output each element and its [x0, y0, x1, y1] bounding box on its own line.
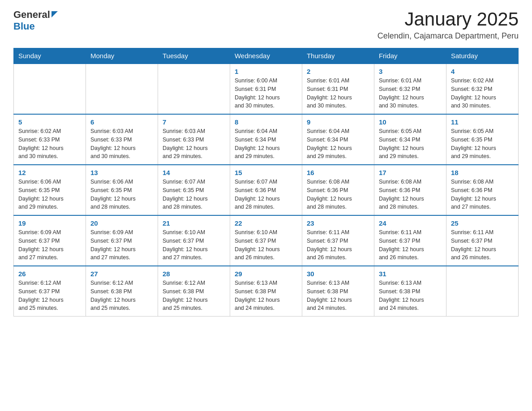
day-info: Sunrise: 6:08 AMSunset: 6:36 PMDaylight:…	[379, 178, 442, 211]
logo-triangle-icon	[51, 11, 58, 19]
day-info: Sunrise: 6:05 AMSunset: 6:34 PMDaylight:…	[379, 127, 442, 161]
day-info: Sunrise: 6:09 AMSunset: 6:37 PMDaylight:…	[90, 228, 153, 262]
day-number: 16	[307, 169, 369, 176]
week-row-2: 12Sunrise: 6:06 AMSunset: 6:35 PMDayligh…	[14, 165, 519, 215]
calendar-cell: 3Sunrise: 6:01 AMSunset: 6:32 PMDaylight…	[374, 64, 446, 114]
calendar-cell: 19Sunrise: 6:09 AMSunset: 6:37 PMDayligh…	[14, 215, 86, 266]
day-info: Sunrise: 6:11 AMSunset: 6:37 PMDaylight:…	[451, 228, 514, 262]
day-info: Sunrise: 6:08 AMSunset: 6:36 PMDaylight:…	[451, 178, 514, 211]
week-row-1: 5Sunrise: 6:02 AMSunset: 6:33 PMDaylight…	[14, 114, 519, 165]
day-info: Sunrise: 6:04 AMSunset: 6:34 PMDaylight:…	[307, 127, 369, 161]
calendar-cell: 5Sunrise: 6:02 AMSunset: 6:33 PMDaylight…	[14, 114, 86, 165]
day-number: 11	[451, 118, 514, 126]
day-number: 24	[379, 219, 442, 227]
day-number: 20	[90, 219, 153, 227]
logo-blue: Blue	[13, 21, 35, 32]
title-block: January 2025 Celendin, Cajamarca Departm…	[378, 9, 519, 41]
calendar-cell: 6Sunrise: 6:03 AMSunset: 6:33 PMDaylight…	[86, 114, 158, 165]
calendar-header-wednesday: Wednesday	[230, 48, 302, 64]
day-number: 2	[307, 68, 369, 75]
day-number: 4	[451, 68, 514, 75]
day-number: 29	[235, 270, 297, 278]
calendar-cell: 21Sunrise: 6:10 AMSunset: 6:37 PMDayligh…	[158, 215, 230, 266]
calendar-cell	[86, 64, 158, 114]
calendar-cell: 10Sunrise: 6:05 AMSunset: 6:34 PMDayligh…	[374, 114, 446, 165]
calendar-cell: 13Sunrise: 6:06 AMSunset: 6:35 PMDayligh…	[86, 165, 158, 215]
day-number: 27	[90, 270, 153, 278]
day-info: Sunrise: 6:03 AMSunset: 6:33 PMDaylight:…	[90, 127, 153, 161]
day-info: Sunrise: 6:13 AMSunset: 6:38 PMDaylight:…	[307, 279, 369, 313]
logo: General Blue	[13, 9, 58, 32]
page-subtitle: Celendin, Cajamarca Department, Peru	[378, 31, 519, 41]
day-info: Sunrise: 6:13 AMSunset: 6:38 PMDaylight:…	[379, 279, 442, 313]
day-number: 8	[235, 118, 297, 126]
day-info: Sunrise: 6:01 AMSunset: 6:32 PMDaylight:…	[379, 77, 442, 110]
day-info: Sunrise: 6:06 AMSunset: 6:35 PMDaylight:…	[90, 178, 153, 211]
day-info: Sunrise: 6:10 AMSunset: 6:37 PMDaylight:…	[163, 228, 225, 262]
day-info: Sunrise: 6:08 AMSunset: 6:36 PMDaylight:…	[307, 178, 369, 211]
calendar-cell: 9Sunrise: 6:04 AMSunset: 6:34 PMDaylight…	[302, 114, 374, 165]
day-number: 7	[163, 118, 225, 126]
day-number: 22	[235, 219, 297, 227]
day-info: Sunrise: 6:09 AMSunset: 6:37 PMDaylight:…	[18, 228, 81, 262]
calendar-cell: 12Sunrise: 6:06 AMSunset: 6:35 PMDayligh…	[14, 165, 86, 215]
day-number: 14	[163, 169, 225, 176]
calendar-header-monday: Monday	[86, 48, 158, 64]
day-number: 25	[451, 219, 514, 227]
day-number: 28	[163, 270, 225, 278]
week-row-0: 1Sunrise: 6:00 AMSunset: 6:31 PMDaylight…	[14, 64, 519, 114]
day-info: Sunrise: 6:11 AMSunset: 6:37 PMDaylight:…	[379, 228, 442, 262]
day-number: 26	[18, 270, 81, 278]
day-number: 3	[379, 68, 442, 75]
week-row-3: 19Sunrise: 6:09 AMSunset: 6:37 PMDayligh…	[14, 215, 519, 266]
calendar-cell: 7Sunrise: 6:03 AMSunset: 6:33 PMDaylight…	[158, 114, 230, 165]
day-info: Sunrise: 6:13 AMSunset: 6:38 PMDaylight:…	[235, 279, 297, 313]
calendar-cell: 18Sunrise: 6:08 AMSunset: 6:36 PMDayligh…	[446, 165, 518, 215]
day-info: Sunrise: 6:06 AMSunset: 6:35 PMDaylight:…	[18, 178, 81, 211]
day-info: Sunrise: 6:11 AMSunset: 6:37 PMDaylight:…	[307, 228, 369, 262]
calendar-cell	[446, 266, 518, 317]
day-info: Sunrise: 6:02 AMSunset: 6:33 PMDaylight:…	[18, 127, 81, 161]
day-info: Sunrise: 6:05 AMSunset: 6:35 PMDaylight:…	[451, 127, 514, 161]
calendar-cell: 24Sunrise: 6:11 AMSunset: 6:37 PMDayligh…	[374, 215, 446, 266]
day-number: 17	[379, 169, 442, 176]
calendar-cell	[158, 64, 230, 114]
calendar-cell: 28Sunrise: 6:12 AMSunset: 6:38 PMDayligh…	[158, 266, 230, 317]
day-info: Sunrise: 6:10 AMSunset: 6:37 PMDaylight:…	[235, 228, 297, 262]
calendar-header-friday: Friday	[374, 48, 446, 64]
day-number: 18	[451, 169, 514, 176]
day-number: 1	[235, 68, 297, 75]
day-number: 12	[18, 169, 81, 176]
day-number: 23	[307, 219, 369, 227]
logo-general: General	[13, 9, 50, 21]
calendar-cell: 27Sunrise: 6:12 AMSunset: 6:38 PMDayligh…	[86, 266, 158, 317]
calendar-cell: 26Sunrise: 6:12 AMSunset: 6:37 PMDayligh…	[14, 266, 86, 317]
day-info: Sunrise: 6:12 AMSunset: 6:37 PMDaylight:…	[18, 279, 81, 313]
day-info: Sunrise: 6:01 AMSunset: 6:31 PMDaylight:…	[307, 77, 369, 110]
day-number: 30	[307, 270, 369, 278]
calendar-cell: 29Sunrise: 6:13 AMSunset: 6:38 PMDayligh…	[230, 266, 302, 317]
day-info: Sunrise: 6:03 AMSunset: 6:33 PMDaylight:…	[163, 127, 225, 161]
day-number: 31	[379, 270, 442, 278]
day-info: Sunrise: 6:00 AMSunset: 6:31 PMDaylight:…	[235, 77, 297, 110]
calendar-cell: 30Sunrise: 6:13 AMSunset: 6:38 PMDayligh…	[302, 266, 374, 317]
calendar-cell: 23Sunrise: 6:11 AMSunset: 6:37 PMDayligh…	[302, 215, 374, 266]
day-info: Sunrise: 6:02 AMSunset: 6:32 PMDaylight:…	[451, 77, 514, 110]
day-number: 10	[379, 118, 442, 126]
calendar-cell: 8Sunrise: 6:04 AMSunset: 6:34 PMDaylight…	[230, 114, 302, 165]
calendar-header-row: SundayMondayTuesdayWednesdayThursdayFrid…	[14, 48, 519, 64]
day-number: 21	[163, 219, 225, 227]
calendar-header-sunday: Sunday	[14, 48, 86, 64]
day-number: 13	[90, 169, 153, 176]
calendar-cell: 17Sunrise: 6:08 AMSunset: 6:36 PMDayligh…	[374, 165, 446, 215]
day-number: 9	[307, 118, 369, 126]
day-number: 19	[18, 219, 81, 227]
calendar-cell: 25Sunrise: 6:11 AMSunset: 6:37 PMDayligh…	[446, 215, 518, 266]
day-number: 15	[235, 169, 297, 176]
calendar-cell	[14, 64, 86, 114]
calendar-cell: 22Sunrise: 6:10 AMSunset: 6:37 PMDayligh…	[230, 215, 302, 266]
day-number: 5	[18, 118, 81, 126]
calendar-header-thursday: Thursday	[302, 48, 374, 64]
svg-marker-0	[51, 11, 58, 17]
page-title: January 2025	[378, 9, 519, 30]
